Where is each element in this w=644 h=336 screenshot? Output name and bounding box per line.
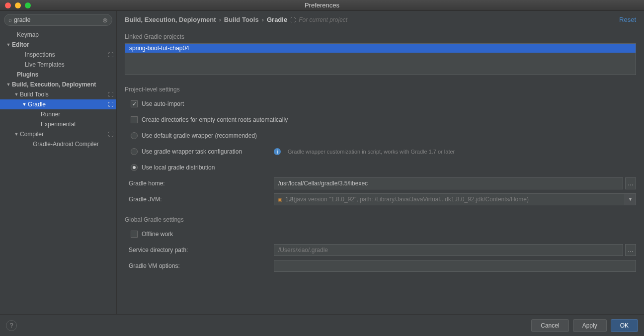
search-input-wrap[interactable]: ⌕ ⊗: [4, 14, 112, 26]
tree-compiler[interactable]: ▼Compiler⛶: [0, 129, 116, 139]
input-value: /usr/local/Cellar/gradle/3.5/libexec: [278, 180, 368, 187]
clear-search-icon[interactable]: ⊗: [102, 16, 108, 24]
tree-label: Editor: [12, 41, 29, 48]
tree-label: Build, Execution, Deployment: [12, 81, 96, 88]
scope-badge-icon: ⛶: [108, 131, 113, 137]
zoom-icon[interactable]: [25, 2, 31, 8]
window-controls: [0, 2, 31, 8]
breadcrumb-seg[interactable]: Build, Execution, Deployment: [125, 16, 216, 23]
tree-label: Keymap: [17, 31, 39, 38]
content-panel: Build, Execution, Deployment › Build Too…: [117, 11, 644, 314]
gradle-home-input[interactable]: /usr/local/Cellar/gradle/3.5/libexec: [274, 177, 623, 189]
radio-label: Use gradle wrapper task configuration: [142, 148, 270, 155]
service-dir-label: Service directory path:: [125, 247, 274, 253]
service-dir-input[interactable]: /Users/xiao/.gradle: [274, 244, 623, 256]
service-dir-row: Service directory path: /Users/xiao/.gra…: [125, 242, 636, 258]
jdk-icon: ▣: [277, 196, 282, 203]
close-icon[interactable]: [5, 2, 11, 8]
window-title: Preferences: [0, 1, 644, 9]
ok-button[interactable]: OK: [611, 319, 638, 332]
global-settings-label: Global Gradle settings: [125, 216, 636, 223]
vm-options-label: Gradle VM options:: [125, 262, 274, 269]
tree-plugins[interactable]: ▼Plugins: [0, 70, 116, 80]
tree-keymap[interactable]: ▼Keymap: [0, 30, 116, 40]
checkbox-icon[interactable]: [131, 231, 138, 238]
tree-editor[interactable]: ▼Editor: [0, 40, 116, 50]
tree-label: Gradle-Android Compiler: [33, 141, 99, 148]
tree-inspections[interactable]: ▼Inspections⛶: [0, 50, 116, 60]
tree-gradle-android-compiler[interactable]: ▼Gradle-Android Compiler: [0, 139, 116, 149]
breadcrumb-seg: Gradle: [267, 16, 287, 23]
breadcrumb: Build, Execution, Deployment › Build Too…: [125, 16, 636, 23]
linked-project-item[interactable]: spring-boot-tut-chap04: [125, 44, 636, 53]
search-icon: ⌕: [8, 16, 12, 23]
tree-label: Build Tools: [20, 91, 49, 98]
tree-experimental[interactable]: ▼Experimental: [0, 119, 116, 129]
vm-options-input[interactable]: [274, 260, 636, 272]
tree-gradle[interactable]: ▼Gradle⛶: [0, 99, 116, 109]
chevron-right-icon: ›: [262, 16, 264, 23]
titlebar: Preferences: [0, 0, 644, 11]
tree-label: Inspections: [25, 51, 55, 58]
browse-button[interactable]: …: [625, 244, 636, 256]
cancel-button[interactable]: Cancel: [531, 319, 568, 332]
tree-label: Runner: [41, 111, 60, 118]
search-input[interactable]: [14, 16, 102, 23]
tree-label: Compiler: [20, 131, 44, 138]
project-level-label: Project-level settings: [125, 86, 636, 93]
radio-label: Use local gradle distribution: [142, 164, 215, 171]
breadcrumb-seg[interactable]: Build Tools: [224, 16, 259, 23]
create-dirs-checkbox[interactable]: Create directories for empty content roo…: [125, 112, 636, 128]
minimize-icon[interactable]: [15, 2, 21, 8]
reset-link[interactable]: Reset: [619, 16, 636, 23]
radio-icon[interactable]: [131, 132, 138, 139]
tree-live-templates[interactable]: ▼Live Templates: [0, 60, 116, 70]
tree-build-execution-deployment[interactable]: ▼Build, Execution, Deployment: [0, 80, 116, 89]
linked-projects-list[interactable]: spring-boot-tut-chap04: [125, 43, 636, 75]
radio-icon[interactable]: [131, 164, 138, 171]
tree-label: Live Templates: [25, 61, 65, 68]
chevron-right-icon: ›: [219, 16, 221, 23]
scope-badge-icon: ⛶: [108, 52, 113, 58]
info-icon: i: [274, 148, 281, 155]
gradle-home-label: Gradle home:: [125, 180, 274, 187]
tree-build-tools[interactable]: ▼Build Tools⛶: [0, 89, 116, 99]
sidebar: ⌕ ⊗ ▼Keymap ▼Editor ▼Inspections⛶ ▼Live …: [0, 11, 117, 314]
radio-label: Use default gradle wrapper (recommended): [142, 132, 257, 139]
help-button[interactable]: ?: [6, 320, 17, 331]
gradle-jvm-combo[interactable]: ▣ 1.8 (java version "1.8.0_92", path: /L…: [274, 193, 625, 205]
checkbox-icon[interactable]: [131, 116, 138, 123]
dropdown-button[interactable]: ▼: [625, 193, 636, 205]
tree-label: Experimental: [41, 121, 76, 128]
linked-projects-label: Linked Gradle projects: [125, 33, 636, 40]
gradle-jvm-row: Gradle JVM: ▣ 1.8 (java version "1.8.0_9…: [125, 191, 636, 207]
tree-runner[interactable]: ▼Runner: [0, 109, 116, 119]
checkbox-icon[interactable]: [131, 100, 138, 107]
radio-icon[interactable]: [131, 148, 138, 155]
tree-label: Plugins: [17, 71, 38, 78]
settings-tree: ▼Keymap ▼Editor ▼Inspections⛶ ▼Live Temp…: [0, 29, 116, 314]
apply-button[interactable]: Apply: [573, 319, 607, 332]
wrapper-task-radio[interactable]: Use gradle wrapper task configuration i …: [125, 144, 636, 160]
tree-label: Gradle: [28, 101, 46, 108]
wrapper-hint: Gradle wrapper customization in script, …: [288, 149, 455, 155]
checkbox-label: Create directories for empty content roo…: [142, 116, 288, 123]
browse-button[interactable]: …: [625, 177, 636, 189]
jvm-version: 1.8: [285, 196, 294, 203]
input-value: /Users/xiao/.gradle: [278, 247, 328, 253]
scope-icon: ⛶: [290, 17, 296, 23]
local-dist-radio[interactable]: Use local gradle distribution: [125, 160, 636, 175]
default-wrapper-radio[interactable]: Use default gradle wrapper (recommended): [125, 128, 636, 144]
bottombar: ? Cancel Apply OK: [0, 314, 644, 336]
gradle-jvm-label: Gradle JVM:: [125, 196, 274, 203]
vm-options-row: Gradle VM options:: [125, 258, 636, 274]
jvm-detail: (java version "1.8.0_92", path: /Library…: [294, 196, 529, 203]
gradle-home-row: Gradle home: /usr/local/Cellar/gradle/3.…: [125, 175, 636, 191]
scope-badge-icon: ⛶: [108, 101, 113, 107]
checkbox-label: Use auto-import: [142, 100, 184, 107]
checkbox-label: Offline work: [142, 231, 173, 238]
offline-work-checkbox[interactable]: Offline work: [125, 226, 636, 242]
scope-badge-icon: ⛶: [108, 91, 113, 97]
auto-import-checkbox[interactable]: Use auto-import: [125, 96, 636, 112]
scope-text: For current project: [299, 16, 347, 23]
